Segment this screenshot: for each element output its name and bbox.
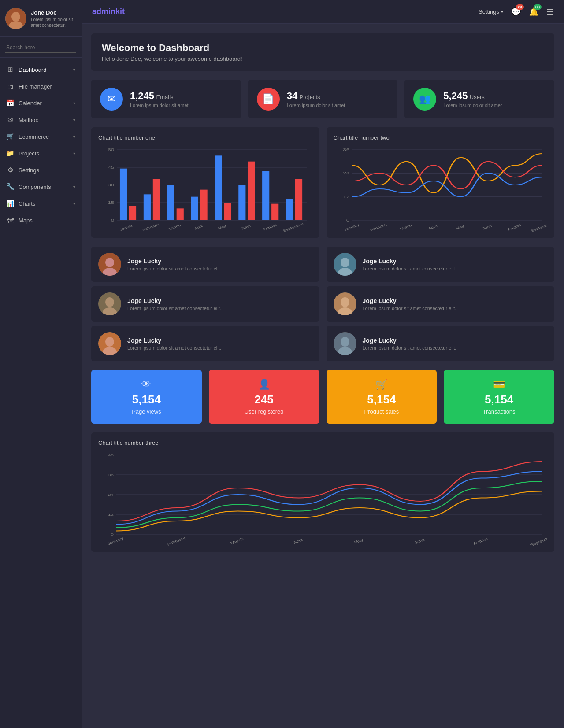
sidebar-item-ecommerce[interactable]: 🛒 Ecommerce ▾: [0, 128, 82, 145]
chevron-icon: ▾: [73, 134, 75, 139]
user-name: Joge Lucky: [363, 337, 456, 344]
chevron-icon: ▾: [73, 185, 75, 189]
svg-point-63: [341, 297, 349, 307]
stat-card-1: 📄 34 Projects Lorem ipsum dolor sit amet: [248, 80, 398, 118]
sidebar-item-file-manager[interactable]: 🗂 File manager: [0, 78, 82, 95]
sidebar-item-components[interactable]: 🔧 Components ▾: [0, 178, 82, 195]
svg-point-66: [105, 337, 114, 347]
user-card-0-0: Joge Lucky Lorem ipsum dolor sit amet co…: [91, 247, 319, 282]
topbar: adminkit Settings ▾ 💬 23 🔔 88 ☰: [82, 0, 564, 24]
metric-label-0: Page views: [132, 408, 161, 415]
sidebar-item-settings[interactable]: ⚙ Settings: [0, 162, 82, 178]
sidebar-item-maps[interactable]: 🗺 Maps: [0, 212, 82, 229]
stat-label-2: Users: [470, 94, 485, 100]
sidebar-item-mailbox[interactable]: ✉ Mailbox ▾: [0, 111, 82, 128]
nav-label-9: Maps: [19, 217, 33, 224]
user-card-2-0: Joge Lucky Lorem ipsum dolor sit amet co…: [91, 326, 319, 361]
chart1-title: Chart title number one: [98, 134, 312, 141]
svg-rect-13: [120, 169, 127, 220]
svg-text:March: March: [168, 224, 182, 231]
user-name: Joge Lucky: [363, 297, 456, 304]
stat-label-0: Emails: [156, 94, 174, 100]
user-desc: Lorem ipsum dolor sit amet consectetur e…: [127, 266, 221, 271]
settings-button[interactable]: Settings ▾: [479, 8, 503, 15]
svg-rect-25: [215, 155, 222, 220]
nav-icon-9: 🗺: [6, 216, 14, 224]
sidebar-item-projects[interactable]: 📁 Projects ▾: [0, 145, 82, 162]
nav-icon-1: 🗂: [6, 82, 14, 90]
stat-card-0: ✉ 1,245 Emails Lorem ipsum dolor sit ame…: [91, 80, 241, 118]
svg-rect-14: [129, 206, 136, 220]
nav-label-5: Projects: [19, 150, 39, 157]
settings-label: Settings: [479, 8, 499, 15]
svg-text:January: January: [106, 536, 125, 546]
stat-num-1: 34: [287, 90, 297, 101]
svg-text:April: April: [292, 538, 304, 545]
nav-icon-6: ⚙: [6, 166, 14, 174]
metric-card-1: 👤 245 User registered: [209, 370, 319, 424]
svg-text:April: April: [427, 224, 438, 230]
svg-rect-22: [191, 197, 198, 220]
svg-text:September: September: [530, 222, 547, 233]
nav-label-4: Ecommerce: [19, 133, 49, 140]
user-desc: Lorem ipsum dolor sit amet consectetur e…: [363, 345, 456, 351]
metric-card-0: 👁 5,154 Page views: [91, 370, 202, 424]
user-desc: Lorem ipsum dolor sit amet consectetur e…: [363, 306, 456, 311]
nav-label-8: Charts: [19, 200, 35, 207]
svg-point-60: [105, 297, 114, 307]
chevron-icon: ▾: [73, 101, 75, 106]
user-avatar: [98, 253, 121, 276]
nav-icon-7: 🔧: [6, 183, 14, 191]
svg-rect-23: [200, 190, 208, 220]
metric-num-0: 5,154: [132, 393, 161, 406]
svg-text:March: March: [230, 537, 245, 545]
stat-desc-1: Lorem ipsum dolor sit amet: [287, 103, 345, 108]
user-name: Joge Lucky: [127, 258, 221, 265]
metric-label-1: User registered: [245, 408, 284, 415]
svg-rect-19: [167, 185, 174, 220]
svg-text:24: 24: [108, 493, 114, 497]
svg-text:May: May: [455, 224, 465, 230]
svg-text:August: August: [262, 223, 278, 231]
sidebar-item-calender[interactable]: 📅 Calender ▾: [0, 95, 82, 111]
svg-rect-16: [144, 194, 151, 220]
sidebar-item-dashboard[interactable]: ⊞ Dashboard ▾: [0, 61, 82, 78]
sidebar: Jone Doe Lorem ipsum dolor sit amet cons…: [0, 0, 82, 728]
search-input[interactable]: [5, 43, 76, 53]
notifications-button[interactable]: 🔔 88: [529, 7, 538, 17]
svg-point-57: [341, 258, 349, 267]
chart-card-2: Chart title number two 3624120JanuaryFeb…: [327, 127, 555, 238]
svg-text:12: 12: [343, 195, 349, 199]
svg-text:15: 15: [108, 200, 114, 204]
welcome-title: Welcome to Dashboard: [102, 42, 544, 54]
svg-text:45: 45: [108, 165, 114, 169]
user-card-1-1: Joge Lucky Lorem ipsum dolor sit amet co…: [327, 286, 555, 322]
nav-icon-0: ⊞: [6, 66, 14, 74]
stat-desc-0: Lorem ipsum dolor sit amet: [130, 103, 189, 108]
chart3-card: Chart title number three 483624120Januar…: [91, 432, 554, 552]
user-avatar: [334, 292, 356, 315]
svg-text:May: May: [217, 224, 228, 230]
svg-text:60: 60: [108, 148, 114, 152]
hamburger-menu[interactable]: ☰: [546, 7, 553, 17]
brand-rest: kit: [115, 7, 125, 16]
svg-point-69: [341, 337, 349, 347]
svg-text:June: June: [481, 224, 493, 230]
svg-text:April: April: [193, 224, 204, 230]
chevron-icon: ▾: [73, 201, 75, 206]
metric-icon-2: 🛒: [375, 379, 387, 390]
svg-text:36: 36: [343, 148, 349, 152]
chart-card-1: Chart title number one 604530150JanuaryF…: [91, 127, 319, 238]
svg-rect-29: [248, 162, 255, 220]
stat-icon-0: ✉: [100, 88, 123, 111]
user-card-1-0: Joge Lucky Lorem ipsum dolor sit amet co…: [91, 286, 319, 322]
chevron-down-icon: ▾: [501, 9, 503, 14]
stat-desc-2: Lorem ipsum dolor sit amet: [443, 103, 502, 108]
messages-button[interactable]: 💬 23: [511, 7, 521, 17]
svg-text:August: August: [506, 223, 522, 231]
svg-text:September: September: [529, 535, 547, 547]
sidebar-item-charts[interactable]: 📊 Charts ▾: [0, 195, 82, 212]
svg-rect-31: [262, 171, 269, 220]
user-cards-row-0: Joge Lucky Lorem ipsum dolor sit amet co…: [91, 247, 554, 282]
svg-text:March: March: [399, 224, 412, 231]
